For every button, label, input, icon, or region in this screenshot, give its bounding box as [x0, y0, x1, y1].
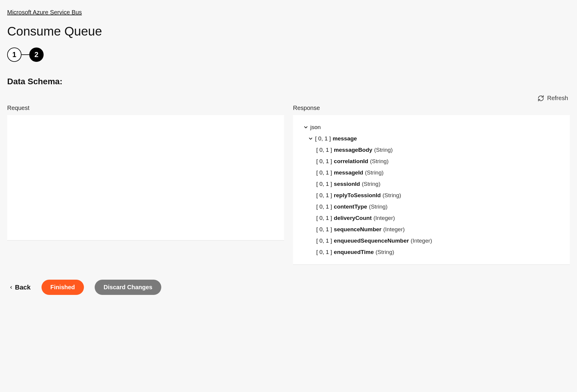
tree-field-type: (String) — [374, 144, 393, 156]
tree-card-prefix: [ 0, 1 ] — [316, 246, 332, 258]
tree-message-name: message — [333, 133, 357, 144]
tree-card-prefix: [ 0, 1 ] — [316, 212, 332, 224]
step-1[interactable]: 1 — [7, 48, 22, 62]
tree-field-name: enqueuedTime — [334, 246, 374, 258]
step-connector — [22, 54, 29, 55]
tree-field-type: (String) — [370, 156, 389, 167]
tree-field-name: sessionId — [334, 178, 360, 190]
tree-card-prefix: [ 0, 1 ] — [316, 235, 332, 246]
tree-field-row[interactable]: [ 0, 1 ] messageId (String) — [298, 167, 564, 178]
tree-field-row[interactable]: [ 0, 1 ] enqueuedSequenceNumber (Integer… — [298, 235, 564, 246]
response-label: Response — [293, 105, 570, 111]
chevron-down-icon — [308, 136, 313, 141]
chevron-down-icon — [303, 125, 309, 130]
tree-field-row[interactable]: [ 0, 1 ] correlationId (String) — [298, 156, 564, 167]
discard-button[interactable]: Discard Changes — [95, 280, 161, 295]
tree-field-row[interactable]: [ 0, 1 ] enqueuedTime (String) — [298, 246, 564, 258]
section-title: Data Schema: — [7, 77, 570, 86]
tree-field-name: replyToSessionId — [334, 190, 381, 201]
tree-card-prefix: [ 0, 1 ] — [316, 201, 332, 212]
tree-field-row[interactable]: [ 0, 1 ] contentType (String) — [298, 201, 564, 212]
tree-field-row[interactable]: [ 0, 1 ] messageBody (String) — [298, 144, 564, 156]
tree-field-type: (Integer) — [374, 212, 395, 224]
tree-field-type: (String) — [362, 178, 380, 190]
tree-field-type: (String) — [369, 201, 387, 212]
tree-field-name: enqueuedSequenceNumber — [334, 235, 409, 246]
tree-field-row[interactable]: [ 0, 1 ] replyToSessionId (String) — [298, 190, 564, 201]
tree-card-prefix: [ 0, 1 ] — [316, 144, 332, 156]
stepper: 1 2 — [7, 48, 570, 62]
tree-card-prefix: [ 0, 1 ] — [316, 167, 332, 178]
tree-field-row[interactable]: [ 0, 1 ] deliveryCount (Integer) — [298, 212, 564, 224]
tree-field-name: messageBody — [334, 144, 372, 156]
chevron-left-icon — [9, 285, 13, 290]
tree-field-type: (String) — [383, 190, 401, 201]
tree-field-name: deliveryCount — [334, 212, 372, 224]
step-2[interactable]: 2 — [29, 48, 44, 62]
tree-field-row[interactable]: [ 0, 1 ] sessionId (String) — [298, 178, 564, 190]
finished-button[interactable]: Finished — [42, 280, 84, 295]
tree-field-name: sequenceNumber — [334, 224, 381, 235]
tree-field-row[interactable]: [ 0, 1 ] sequenceNumber (Integer) — [298, 224, 564, 235]
request-label: Request — [7, 105, 284, 111]
tree-card-prefix: [ 0, 1 ] — [316, 224, 332, 235]
tree-node-message[interactable]: [ 0, 1 ] message — [298, 133, 564, 144]
refresh-button[interactable]: Refresh — [538, 95, 568, 102]
request-panel — [7, 115, 284, 241]
tree-field-name: contentType — [334, 201, 367, 212]
tree-field-type: (Integer) — [411, 235, 432, 246]
tree-field-type: (String) — [376, 246, 394, 258]
tree-field-name: correlationId — [334, 156, 368, 167]
tree-card-prefix: [ 0, 1 ] — [316, 190, 332, 201]
back-button[interactable]: Back — [9, 284, 31, 291]
tree-card-prefix: [ 0, 1 ] — [315, 133, 331, 144]
tree-root-label: json — [310, 122, 321, 133]
tree-card-prefix: [ 0, 1 ] — [316, 156, 332, 167]
page-title: Consume Queue — [7, 24, 570, 39]
tree-field-name: messageId — [334, 167, 363, 178]
tree-field-type: (String) — [365, 167, 383, 178]
tree-field-type: (Integer) — [383, 224, 405, 235]
refresh-icon — [538, 95, 544, 102]
response-panel: json [ 0, 1 ] message [ 0, 1 ] messageBo… — [293, 115, 570, 265]
tree-node-root[interactable]: json — [298, 122, 564, 133]
back-label: Back — [15, 284, 31, 291]
breadcrumb-link[interactable]: Microsoft Azure Service Bus — [7, 9, 82, 16]
refresh-label: Refresh — [547, 95, 568, 102]
tree-card-prefix: [ 0, 1 ] — [316, 178, 332, 190]
